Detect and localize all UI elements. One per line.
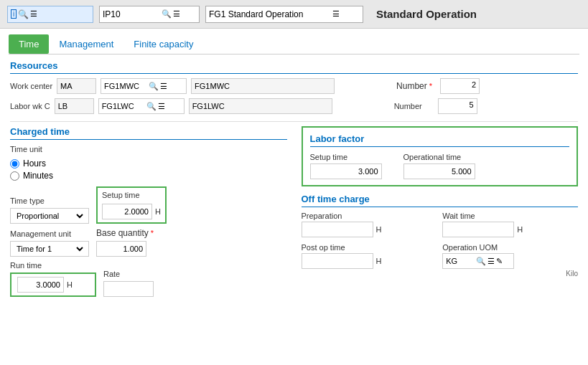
uom-search-icon[interactable]: 🔍 bbox=[476, 257, 486, 266]
rate-label: Rate bbox=[103, 270, 154, 278]
charged-time-title: Charged time bbox=[10, 126, 287, 140]
list-icon-3[interactable]: ☰ bbox=[332, 9, 340, 19]
preparation-label: Preparation bbox=[302, 212, 437, 220]
time-type-label: Time type bbox=[10, 196, 89, 205]
time-unit-label: Time unit bbox=[10, 145, 42, 153]
page-title: Standard Operation bbox=[376, 8, 477, 20]
base-qty-label: Base quantity * bbox=[96, 228, 154, 238]
setup-time-input[interactable] bbox=[102, 204, 152, 219]
preparation-unit: H bbox=[376, 225, 382, 234]
radio-minutes[interactable] bbox=[10, 171, 19, 181]
preparation-input[interactable] bbox=[302, 222, 373, 237]
setup-time-label: Setup time bbox=[102, 191, 161, 199]
tab-time[interactable]: Time bbox=[9, 34, 49, 54]
work-center-code-input[interactable] bbox=[104, 82, 147, 90]
lf-setup-label: Setup time bbox=[310, 153, 382, 161]
labor-code-input-group[interactable]: 🔍 ☰ bbox=[98, 98, 185, 114]
ip-input[interactable] bbox=[103, 9, 160, 19]
tab-finite-capacity[interactable]: Finite capacity bbox=[123, 34, 203, 54]
resources-title: Resources bbox=[10, 60, 578, 74]
work-center-name-box: FG1MWC bbox=[191, 78, 335, 94]
kilo-label: Kilo bbox=[442, 270, 578, 278]
lf-operational-label: Operational time bbox=[403, 153, 475, 161]
setup-time-green-box: Setup time H bbox=[96, 186, 167, 224]
wc-list-icon[interactable]: ☰ bbox=[160, 82, 167, 91]
labor-label: Labor wk C bbox=[10, 102, 50, 110]
wait-time-label: Wait time bbox=[442, 212, 578, 220]
wait-unit: H bbox=[517, 225, 523, 234]
mgmt-unit-label: Management unit bbox=[10, 229, 89, 238]
uom-input-group[interactable]: 🔍 ☰ ✎ bbox=[442, 253, 514, 269]
mgmt-unit-select[interactable]: Time for 1 bbox=[14, 244, 85, 254]
uom-list-icon[interactable]: ☰ bbox=[487, 257, 495, 266]
run-time-green-box: H bbox=[10, 272, 96, 297]
tab-management[interactable]: Management bbox=[49, 34, 123, 54]
radio-hours[interactable] bbox=[10, 159, 19, 169]
number-input[interactable] bbox=[444, 80, 476, 89]
number-label: Number * bbox=[396, 81, 436, 91]
run-time-input[interactable] bbox=[17, 277, 64, 293]
post-op-label: Post op time bbox=[302, 243, 437, 252]
radio-hours-label: Hours bbox=[23, 158, 46, 169]
labor-code-input[interactable] bbox=[102, 102, 145, 110]
work-center-label: Work center bbox=[10, 82, 52, 90]
number-field[interactable] bbox=[440, 78, 480, 94]
search-icon-2[interactable]: 🔍 bbox=[162, 9, 172, 19]
rate-input[interactable] bbox=[103, 281, 154, 297]
uom-edit-icon[interactable]: ✎ bbox=[496, 257, 503, 266]
mgmt-unit-dropdown[interactable]: Time for 1 bbox=[10, 241, 89, 257]
labor-number-input[interactable] bbox=[442, 100, 474, 109]
search-icon[interactable]: 🔍 bbox=[18, 9, 29, 19]
labor-code-box: LB bbox=[55, 98, 94, 114]
time-type-dropdown[interactable]: Proportional bbox=[10, 208, 89, 224]
uom-input[interactable] bbox=[446, 257, 475, 265]
list-icon[interactable]: ☰ bbox=[30, 9, 37, 19]
run-time-label: Run time bbox=[10, 261, 96, 270]
labor-number-field[interactable] bbox=[438, 98, 477, 114]
base-qty-input[interactable] bbox=[96, 241, 146, 257]
labor-list-icon[interactable]: ☰ bbox=[158, 102, 165, 111]
post-op-input[interactable] bbox=[302, 253, 373, 269]
time-type-select[interactable]: Proportional bbox=[14, 211, 85, 221]
lf-operational-input[interactable] bbox=[403, 163, 475, 179]
setup-unit: H bbox=[155, 207, 161, 216]
labor-factor-box: Labor factor Setup time Operational time bbox=[302, 126, 579, 186]
lf-setup-input[interactable] bbox=[310, 163, 382, 179]
work-center-code-box: MA bbox=[57, 78, 96, 94]
work-center-code-input-group[interactable]: 🔍 ☰ bbox=[101, 78, 187, 94]
labor-name-box: FG1LWC bbox=[189, 98, 332, 114]
labor-factor-title: Labor factor bbox=[310, 133, 570, 147]
off-time-title: Off time charge bbox=[302, 194, 579, 207]
wait-time-input[interactable] bbox=[442, 222, 514, 237]
labor-search-icon[interactable]: 🔍 bbox=[146, 102, 157, 111]
post-op-unit: H bbox=[376, 257, 382, 265]
run-unit: H bbox=[67, 280, 73, 289]
wc-search-icon[interactable]: 🔍 bbox=[149, 82, 159, 91]
operation-input[interactable] bbox=[209, 9, 331, 19]
labor-number-label: Number bbox=[394, 102, 434, 110]
operation-uom-label: Operation UOM bbox=[442, 243, 578, 252]
radio-minutes-label: Minutes bbox=[23, 171, 53, 181]
list-icon-2[interactable]: ☰ bbox=[173, 9, 180, 19]
